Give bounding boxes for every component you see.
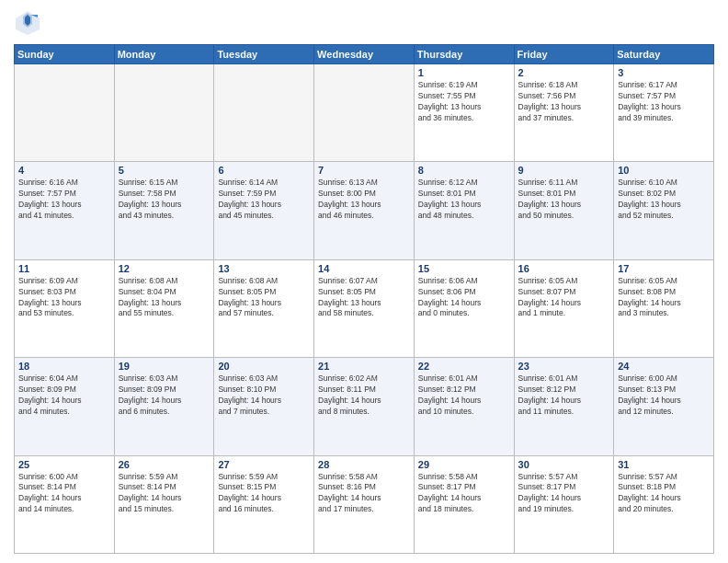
day-info: Sunrise: 6:06 AM Sunset: 8:06 PM Dayligh… [418, 276, 510, 320]
day-info: Sunrise: 6:04 AM Sunset: 8:09 PM Dayligh… [18, 373, 110, 418]
logo [14, 9, 45, 37]
day-info: Sunrise: 6:12 AM Sunset: 8:01 PM Dayligh… [418, 178, 510, 222]
header [14, 9, 714, 37]
day-cell: 5Sunrise: 6:15 AM Sunset: 7:58 PM Daylig… [114, 162, 214, 259]
day-cell: 14Sunrise: 6:07 AM Sunset: 8:05 PM Dayli… [314, 259, 415, 357]
day-number: 8 [418, 165, 510, 176]
day-info: Sunrise: 6:05 AM Sunset: 8:08 PM Dayligh… [618, 276, 710, 320]
weekday-sunday: Sunday [15, 45, 115, 64]
day-info: Sunrise: 6:00 AM Sunset: 8:14 PM Dayligh… [18, 472, 110, 516]
weekday-thursday: Thursday [414, 45, 514, 64]
day-info: Sunrise: 5:59 AM Sunset: 8:15 PM Dayligh… [218, 472, 310, 516]
weekday-wednesday: Wednesday [314, 45, 415, 64]
day-number: 4 [18, 165, 110, 176]
day-number: 9 [518, 165, 610, 176]
day-cell: 6Sunrise: 6:14 AM Sunset: 7:59 PM Daylig… [214, 162, 314, 259]
day-cell: 23Sunrise: 6:01 AM Sunset: 8:12 PM Dayli… [514, 358, 614, 455]
day-cell [114, 64, 214, 162]
day-cell: 1Sunrise: 6:19 AM Sunset: 7:55 PM Daylig… [414, 64, 514, 162]
logo-icon [14, 9, 41, 37]
day-number: 27 [218, 459, 310, 470]
weekday-friday: Friday [514, 45, 614, 64]
day-number: 1 [418, 67, 510, 78]
day-number: 22 [418, 361, 510, 372]
day-cell: 27Sunrise: 5:59 AM Sunset: 8:15 PM Dayli… [214, 455, 314, 553]
day-cell: 19Sunrise: 6:03 AM Sunset: 8:09 PM Dayli… [114, 358, 214, 455]
day-number: 12 [119, 263, 210, 274]
day-number: 5 [119, 165, 210, 176]
day-cell: 24Sunrise: 6:00 AM Sunset: 8:13 PM Dayli… [614, 358, 714, 455]
day-cell: 30Sunrise: 5:57 AM Sunset: 8:17 PM Dayli… [514, 455, 614, 553]
day-number: 16 [518, 263, 610, 274]
day-number: 18 [18, 361, 110, 372]
day-cell: 18Sunrise: 6:04 AM Sunset: 8:09 PM Dayli… [15, 358, 115, 455]
day-info: Sunrise: 6:10 AM Sunset: 8:02 PM Dayligh… [618, 178, 710, 222]
day-cell: 26Sunrise: 5:59 AM Sunset: 8:14 PM Dayli… [114, 455, 214, 553]
day-info: Sunrise: 6:05 AM Sunset: 8:07 PM Dayligh… [518, 276, 610, 320]
day-info: Sunrise: 6:09 AM Sunset: 8:03 PM Dayligh… [18, 276, 110, 320]
day-number: 26 [119, 459, 210, 470]
day-info: Sunrise: 5:58 AM Sunset: 8:17 PM Dayligh… [418, 472, 510, 516]
day-number: 13 [218, 263, 310, 274]
day-number: 10 [618, 165, 710, 176]
day-number: 30 [518, 459, 610, 470]
day-number: 23 [518, 361, 610, 372]
day-cell: 12Sunrise: 6:08 AM Sunset: 8:04 PM Dayli… [114, 259, 214, 357]
day-number: 2 [518, 67, 610, 78]
day-cell: 15Sunrise: 6:06 AM Sunset: 8:06 PM Dayli… [414, 259, 514, 357]
day-cell [214, 64, 314, 162]
day-info: Sunrise: 6:18 AM Sunset: 7:56 PM Dayligh… [518, 80, 610, 124]
day-number: 21 [318, 361, 410, 372]
day-cell: 22Sunrise: 6:01 AM Sunset: 8:12 PM Dayli… [414, 358, 514, 455]
day-info: Sunrise: 6:15 AM Sunset: 7:58 PM Dayligh… [119, 178, 210, 222]
day-cell: 2Sunrise: 6:18 AM Sunset: 7:56 PM Daylig… [514, 64, 614, 162]
day-number: 20 [218, 361, 310, 372]
day-info: Sunrise: 6:07 AM Sunset: 8:05 PM Dayligh… [318, 276, 410, 320]
day-number: 19 [119, 361, 210, 372]
day-number: 11 [18, 263, 110, 274]
day-cell: 31Sunrise: 5:57 AM Sunset: 8:18 PM Dayli… [614, 455, 714, 553]
day-info: Sunrise: 5:59 AM Sunset: 8:14 PM Dayligh… [119, 472, 210, 516]
day-cell: 17Sunrise: 6:05 AM Sunset: 8:08 PM Dayli… [614, 259, 714, 357]
day-info: Sunrise: 6:13 AM Sunset: 8:00 PM Dayligh… [318, 178, 410, 222]
day-info: Sunrise: 6:19 AM Sunset: 7:55 PM Dayligh… [418, 80, 510, 124]
day-number: 25 [18, 459, 110, 470]
day-info: Sunrise: 6:01 AM Sunset: 8:12 PM Dayligh… [518, 373, 610, 418]
page: SundayMondayTuesdayWednesdayThursdayFrid… [0, 0, 728, 563]
day-info: Sunrise: 6:02 AM Sunset: 8:11 PM Dayligh… [318, 373, 410, 418]
day-info: Sunrise: 6:16 AM Sunset: 7:57 PM Dayligh… [18, 178, 110, 222]
day-number: 29 [418, 459, 510, 470]
week-row-4: 18Sunrise: 6:04 AM Sunset: 8:09 PM Dayli… [15, 358, 714, 455]
day-number: 31 [618, 459, 710, 470]
day-info: Sunrise: 6:14 AM Sunset: 7:59 PM Dayligh… [218, 178, 310, 222]
day-cell: 29Sunrise: 5:58 AM Sunset: 8:17 PM Dayli… [414, 455, 514, 553]
day-cell [314, 64, 415, 162]
day-number: 28 [318, 459, 410, 470]
day-info: Sunrise: 6:08 AM Sunset: 8:04 PM Dayligh… [119, 276, 210, 320]
day-info: Sunrise: 6:00 AM Sunset: 8:13 PM Dayligh… [618, 373, 710, 418]
day-number: 7 [318, 165, 410, 176]
week-row-1: 1Sunrise: 6:19 AM Sunset: 7:55 PM Daylig… [15, 64, 714, 162]
day-cell: 3Sunrise: 6:17 AM Sunset: 7:57 PM Daylig… [614, 64, 714, 162]
day-cell: 10Sunrise: 6:10 AM Sunset: 8:02 PM Dayli… [614, 162, 714, 259]
day-info: Sunrise: 6:08 AM Sunset: 8:05 PM Dayligh… [218, 276, 310, 320]
day-info: Sunrise: 5:57 AM Sunset: 8:18 PM Dayligh… [618, 472, 710, 516]
week-row-3: 11Sunrise: 6:09 AM Sunset: 8:03 PM Dayli… [15, 259, 714, 357]
day-cell: 7Sunrise: 6:13 AM Sunset: 8:00 PM Daylig… [314, 162, 415, 259]
day-info: Sunrise: 6:03 AM Sunset: 8:09 PM Dayligh… [119, 373, 210, 418]
day-info: Sunrise: 6:03 AM Sunset: 8:10 PM Dayligh… [218, 373, 310, 418]
day-cell: 28Sunrise: 5:58 AM Sunset: 8:16 PM Dayli… [314, 455, 415, 553]
day-number: 17 [618, 263, 710, 274]
weekday-tuesday: Tuesday [214, 45, 314, 64]
day-info: Sunrise: 6:11 AM Sunset: 8:01 PM Dayligh… [518, 178, 610, 222]
day-cell: 25Sunrise: 6:00 AM Sunset: 8:14 PM Dayli… [15, 455, 115, 553]
weekday-monday: Monday [114, 45, 214, 64]
day-cell: 20Sunrise: 6:03 AM Sunset: 8:10 PM Dayli… [214, 358, 314, 455]
day-info: Sunrise: 6:01 AM Sunset: 8:12 PM Dayligh… [418, 373, 510, 418]
day-cell: 8Sunrise: 6:12 AM Sunset: 8:01 PM Daylig… [414, 162, 514, 259]
weekday-header-row: SundayMondayTuesdayWednesdayThursdayFrid… [15, 45, 714, 64]
day-cell [15, 64, 115, 162]
day-info: Sunrise: 5:58 AM Sunset: 8:16 PM Dayligh… [318, 472, 410, 516]
day-cell: 16Sunrise: 6:05 AM Sunset: 8:07 PM Dayli… [514, 259, 614, 357]
day-info: Sunrise: 6:17 AM Sunset: 7:57 PM Dayligh… [618, 80, 710, 124]
